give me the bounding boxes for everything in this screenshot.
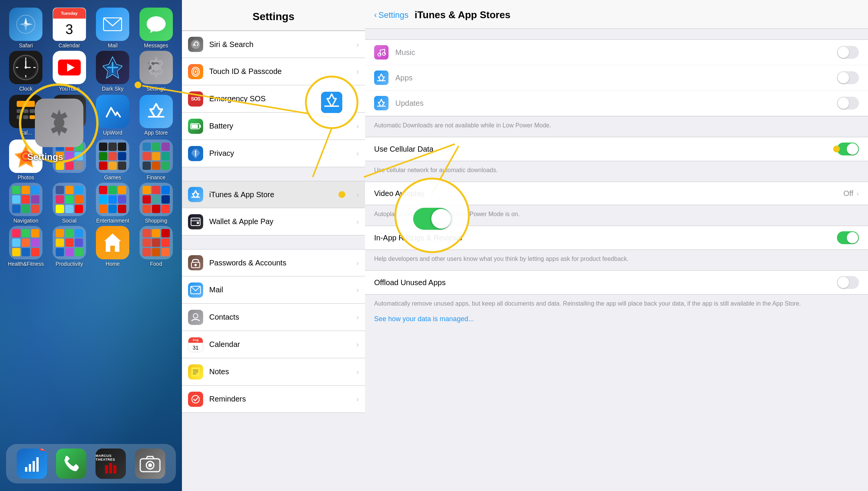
settings-row-battery[interactable]: Battery › [182,113,365,140]
settings-row-calendar[interactable]: Aug 31 Calendar › [182,331,365,358]
contacts-chevron: › [356,313,359,322]
battery-row-icon [188,119,203,134]
app-games[interactable]: Games [93,140,133,180]
passwords-row-icon [188,255,203,270]
healthfitness-label: Health&Fitness [8,261,44,267]
finance-label: Finance [147,174,166,180]
dock-signal[interactable]: 305 [17,449,47,479]
app-appstore[interactable]: App Store [136,95,176,136]
settings-row-mail[interactable]: Mail › [182,276,365,304]
music-toggle[interactable] [837,46,859,59]
dock-camera[interactable] [135,449,165,479]
svg-point-54 [197,222,199,224]
navigation-icon [9,183,42,216]
ratings-toggle[interactable] [837,231,859,244]
app-clock[interactable]: Clock [6,51,46,92]
settings-row-sos[interactable]: SOS Emergency SOS › [182,85,365,113]
svg-rect-52 [191,218,200,226]
app-healthfitness[interactable]: Health&Fitness [6,226,46,267]
photos-label: Photos [17,174,34,180]
upword-icon [96,95,129,128]
productivity-label: Productivity [56,261,83,267]
darksky-icon [96,51,129,84]
app-social[interactable]: Social [50,183,89,224]
dock-theatre[interactable]: MARCUS THEATRES [96,449,126,479]
svg-rect-23 [17,109,22,113]
settings-row-siri[interactable]: Siri & Search › [182,31,365,58]
navigation-label: Navigation [13,218,38,224]
food-label: Food [150,261,162,267]
app-messages[interactable]: Messages [136,8,176,49]
settings-small-icon [139,51,173,84]
notes-row-icon [188,364,203,380]
app-home[interactable]: Home [93,226,133,267]
ratings-row[interactable]: In-App Ratings & Reviews [365,226,868,249]
right-panel: ‹ Settings iTunes & App Stores Music [365,0,868,491]
settings-row-reminders[interactable]: Reminders › [182,386,365,413]
apps-toggle[interactable] [837,71,859,84]
auto-dl-row-music[interactable]: Music [365,40,868,65]
updates-toggle-thumb [838,97,849,109]
offload-toggle-thumb [838,277,849,288]
offload-section: Offload Unused Apps [365,270,868,295]
settings-row-wallet[interactable]: Wallet & Apple Pay › [182,208,365,235]
apps-toggle-thumb [838,72,849,83]
settings-row-touchid[interactable]: Touch ID & Passcode › [182,58,365,85]
music-toggle-thumb [838,47,849,58]
video-chevron: › [856,189,859,198]
app-safari[interactable]: Safari [6,8,46,49]
auto-dl-row-apps[interactable]: Apps [365,65,868,91]
appstore-label: App Store [144,130,168,136]
settings-row-privacy[interactable]: Privacy › [182,140,365,167]
app-youtube[interactable]: YouTube [50,51,89,92]
see-how-link[interactable]: See how your data is managed... [365,315,868,331]
clock-icon [9,51,42,84]
food-icon [139,226,173,259]
offload-row[interactable]: Offload Unused Apps [365,271,868,294]
settings-row-itunes[interactable]: iTunes & App Store › [182,181,365,208]
app-food[interactable]: Food [136,226,176,267]
offload-description: Automatically remove unused apps, but ke… [365,295,868,315]
home-row-6: Health&Fitness Productivity [0,226,182,267]
app-upword[interactable]: UpWord [93,95,133,136]
app-settings-small[interactable]: Settings [136,51,176,92]
svg-point-21 [152,64,160,71]
updates-auto-dl-label: Updates [395,99,837,108]
app-entertainment[interactable]: Entertainment [93,183,133,224]
finance-icon [139,140,173,173]
apps-auto-dl-icon [374,71,389,85]
settings-row-notes[interactable]: Notes › [182,358,365,386]
separator-2 [182,235,365,249]
app-finance[interactable]: Finance [136,140,176,180]
svg-rect-27 [23,115,28,119]
back-button[interactable]: ‹ Settings [374,10,409,20]
app-productivity[interactable]: Productivity [50,226,89,267]
auto-dl-description: Automatic Downloads are not available wh… [365,116,868,137]
ratings-description: Help developers and other users know wha… [365,250,868,270]
svg-point-50 [195,151,196,152]
home-row-2: Clock YouTube Dark Sky [0,51,182,92]
offload-toggle[interactable] [837,276,859,289]
music-auto-dl-label: Music [395,48,837,57]
video-section: Video Autoplay Off › [365,182,868,205]
app-mail[interactable]: Mail [93,8,133,49]
calendar-label: Calendar [58,42,80,49]
settings-section-2: iTunes & App Store › Wallet & Apple Pay … [182,181,365,235]
settings-row-passwords[interactable]: Passwords & Accounts › [182,249,365,276]
calendar-row-icon: Aug 31 [188,337,203,352]
cellular-toggle[interactable] [837,143,859,155]
app-darksky[interactable]: Dark Sky [93,51,133,92]
healthfitness-icon [9,226,42,259]
settings-row-contacts[interactable]: Contacts › [182,304,365,331]
sos-row-icon: SOS [188,91,203,107]
video-row[interactable]: Video Autoplay Off › [365,182,868,205]
updates-toggle[interactable] [837,97,859,110]
dock-signal-icon: 305 [17,449,47,479]
cellular-yellow-dot [833,146,840,152]
app-calendar[interactable]: Tuesday 3 Calendar [50,8,89,49]
app-navigation[interactable]: Navigation [6,183,46,224]
app-shopping[interactable]: Shopping [136,183,176,224]
auto-dl-row-updates[interactable]: Updates [365,91,868,116]
cellular-row[interactable]: Use Cellular Data [365,137,868,161]
dock-phone[interactable] [56,449,86,479]
